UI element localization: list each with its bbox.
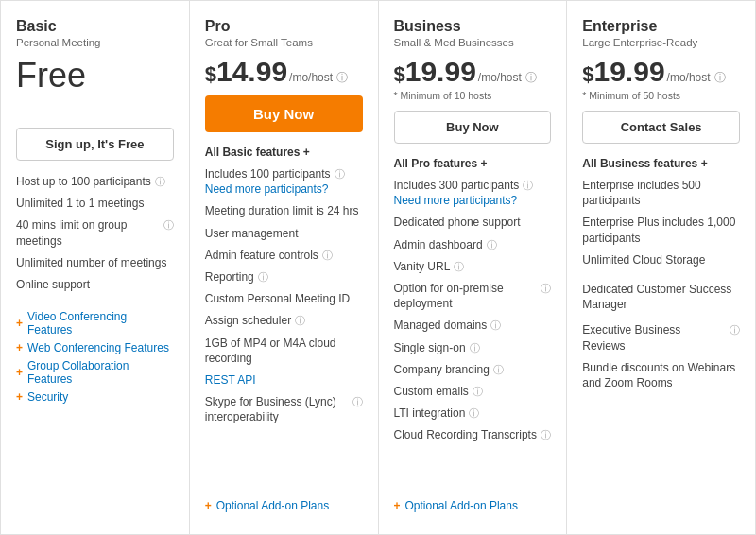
plan-enterprise-note: * Minimum of 50 hosts — [582, 90, 740, 101]
expand-video[interactable]: + Video Conferencing Features — [16, 310, 174, 337]
plan-pro-amount: 14.99 — [216, 56, 287, 88]
plan-pro-dollar: $ — [205, 62, 216, 87]
plan-enterprise-cta[interactable]: Contact Sales — [582, 111, 740, 144]
plan-business-cta[interactable]: Buy Now — [394, 111, 552, 144]
feature-1to1: Unlimited 1 to 1 meetings — [16, 196, 174, 211]
expand-web[interactable]: + Web Conferencing Features — [16, 341, 174, 354]
info-icon-biz-2[interactable]: ⓘ — [487, 238, 497, 252]
feature-assign-scheduler: Assign scheduler ⓘ — [205, 313, 363, 328]
feature-participants: Host up to 100 participants ⓘ — [16, 174, 174, 189]
info-icon-biz-4[interactable]: ⓘ — [541, 282, 551, 296]
pro-addon-label: Optional Add-on Plans — [216, 499, 329, 512]
feature-cloud-recording: 1GB of MP4 or M4A cloud recording — [205, 336, 363, 366]
plan-pro-unit: /mo/host — [289, 71, 333, 84]
feature-meeting-duration: Meeting duration limit is 24 hrs — [205, 203, 363, 218]
plan-business-price: $ 19.99 /mo/host ⓘ — [394, 56, 552, 88]
plan-enterprise-amount: 19.99 — [594, 56, 665, 88]
info-icon-pro-1[interactable]: ⓘ — [335, 167, 345, 181]
plus-icon: + — [16, 317, 23, 330]
plus-icon: + — [16, 366, 23, 379]
info-icon[interactable]: ⓘ — [155, 175, 165, 189]
plan-enterprise-unit: /mo/host — [667, 71, 711, 84]
feature-company-branding: Company branding ⓘ — [394, 362, 552, 377]
plan-pro-price: $ 14.99 /mo/host ⓘ — [205, 56, 363, 88]
plan-business-features-header: All Pro features + — [394, 157, 552, 170]
info-icon-ent-1[interactable]: ⓘ — [730, 323, 740, 337]
info-icon-biz-9[interactable]: ⓘ — [469, 406, 479, 421]
expand-pro-addons[interactable]: + Optional Add-on Plans — [205, 499, 363, 512]
feature-skype: Skype for Business (Lync) interoperabili… — [205, 394, 363, 424]
feature-reporting: Reporting ⓘ — [205, 269, 363, 285]
feature-cloud-transcripts: Cloud Recording Transcripts ⓘ — [394, 427, 552, 442]
plus-icon: + — [16, 390, 23, 404]
plus-icon: + — [16, 341, 23, 354]
plan-enterprise-dollar: $ — [582, 62, 593, 87]
info-icon-biz-7[interactable]: ⓘ — [493, 363, 504, 377]
info-icon-biz-10[interactable]: ⓘ — [541, 428, 551, 442]
plan-business-subtitle: Small & Med Businesses — [394, 37, 552, 48]
feature-custom-emails: Custom emails ⓘ — [394, 384, 552, 399]
info-icon-biz-1[interactable]: ⓘ — [523, 179, 533, 193]
info-icon-pro-2[interactable]: ⓘ — [322, 249, 333, 263]
plan-basic-name: Basic — [16, 18, 174, 35]
expand-security[interactable]: + Security — [16, 390, 174, 404]
feature-ent-500: Enterprise includes 500 participants — [582, 178, 740, 208]
plan-enterprise-name: Enterprise — [582, 18, 740, 35]
expand-group-label: Group Collaboration Features — [27, 359, 174, 386]
plan-enterprise-features-header: All Business features + — [582, 157, 740, 170]
biz-addon-label: Optional Add-on Plans — [405, 499, 518, 512]
feature-custom-pmid: Custom Personal Meeting ID — [205, 291, 363, 306]
plan-pro-cta[interactable]: Buy Now — [205, 95, 363, 132]
feature-on-premise: Option for on-premise deployment ⓘ — [394, 281, 552, 311]
plan-business-dollar: $ — [394, 62, 405, 87]
info-icon-pro-4[interactable]: ⓘ — [295, 314, 305, 328]
feature-biz-participants: Includes 300 participants Need more part… — [394, 178, 552, 208]
plan-business-note: * Minimum of 10 hosts — [394, 90, 552, 101]
feature-ent-1000: Enterprise Plus includes 1,000 participa… — [582, 215, 740, 245]
price-info-icon-biz[interactable]: ⓘ — [525, 70, 537, 86]
feature-ent-csm: Dedicated Customer Success Manager — [582, 282, 740, 312]
feature-rest-api: REST API — [205, 372, 363, 388]
plan-business-amount: 19.99 — [405, 56, 476, 88]
info-icon-biz-3[interactable]: ⓘ — [454, 260, 464, 274]
plan-enterprise-subtitle: Large Enterprise-Ready — [582, 37, 740, 48]
feature-phone-support: Dedicated phone support — [394, 215, 552, 230]
feature-ent-bundles: Bundle discounts on Webinars and Zoom Ro… — [582, 360, 740, 390]
plan-basic-cta[interactable]: Sign up, It's Free — [16, 128, 174, 161]
feature-vanity-url: Vanity URL ⓘ — [394, 259, 552, 274]
expand-group[interactable]: + Group Collaboration Features — [16, 359, 174, 386]
plan-business-unit: /mo/host — [478, 71, 522, 84]
feature-lti: LTI integration ⓘ — [394, 406, 552, 421]
price-info-icon-ent[interactable]: ⓘ — [714, 70, 726, 86]
need-more-participants-link[interactable]: Need more participants? — [205, 182, 329, 196]
plan-basic-subtitle: Personal Meeting — [16, 37, 174, 48]
feature-online-support: Online support — [16, 277, 174, 292]
info-icon-2[interactable]: ⓘ — [163, 218, 174, 233]
plus-icon-pro: + — [205, 499, 212, 512]
info-icon-biz-6[interactable]: ⓘ — [470, 341, 480, 355]
plan-pro-name: Pro — [205, 18, 363, 35]
plan-enterprise-price: $ 19.99 /mo/host ⓘ — [582, 56, 740, 88]
expand-web-label: Web Conferencing Features — [27, 341, 169, 354]
info-icon-pro-3[interactable]: ⓘ — [258, 270, 268, 285]
plan-pro-subtitle: Great for Small Teams — [205, 37, 363, 48]
feature-admin-dashboard: Admin dashboard ⓘ — [394, 237, 552, 252]
feature-40mins: 40 mins limit on group meetings ⓘ — [16, 217, 174, 248]
info-icon-biz-8[interactable]: ⓘ — [472, 385, 483, 399]
plan-pro: Pro Great for Small Teams $ 14.99 /mo/ho… — [190, 1, 379, 534]
plan-enterprise: Enterprise Large Enterprise-Ready $ 19.9… — [567, 1, 755, 534]
plan-basic-price: Free — [16, 56, 174, 95]
expand-biz-addons[interactable]: + Optional Add-on Plans — [394, 499, 552, 512]
info-icon-pro-5[interactable]: ⓘ — [352, 395, 363, 409]
plan-basic: Basic Personal Meeting Free Sign up, It'… — [1, 1, 190, 534]
price-info-icon[interactable]: ⓘ — [336, 70, 348, 86]
feature-ent-cloud-storage: Unlimited Cloud Storage — [582, 252, 740, 268]
need-more-biz-link[interactable]: Need more participants? — [394, 194, 518, 207]
plan-business-name: Business — [394, 18, 552, 35]
feature-user-management: User management — [205, 226, 363, 241]
plan-pro-features-header: All Basic features + — [205, 146, 363, 159]
info-icon-biz-5[interactable]: ⓘ — [490, 319, 501, 333]
rest-api-link[interactable]: REST API — [205, 372, 256, 388]
feature-unlimited-meetings: Unlimited number of meetings — [16, 255, 174, 270]
expand-security-label: Security — [27, 390, 68, 404]
